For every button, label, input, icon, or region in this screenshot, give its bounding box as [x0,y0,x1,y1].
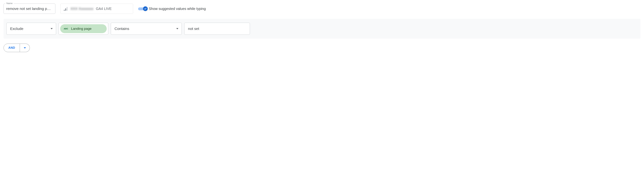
condition-connector-row: AND [4,44,640,52]
filter-value-input[interactable] [184,23,250,35]
name-input[interactable] [4,3,56,14]
check-icon [143,6,148,11]
include-exclude-dropdown[interactable]: Exclude [6,23,56,35]
operator-label: Contains [114,26,129,31]
suggested-values-toggle[interactable] [138,7,146,11]
chevron-down-icon [176,28,178,29]
name-input-wrapper: Name [4,3,56,14]
dimension-field[interactable]: ABC Landing page [58,23,108,35]
and-connector-label: AND [8,46,15,50]
connector-dropdown-button[interactable] [20,44,30,52]
analytics-icon [64,6,68,11]
name-field-label: Name [5,2,14,4]
chevron-down-icon [50,28,53,29]
suggested-values-toggle-label: Show suggested values while typing [149,7,206,11]
dimension-pill: ABC Landing page [60,24,107,33]
data-source-label: GA4 LIVE [96,7,112,11]
text-dimension-icon: ABC [64,28,68,30]
data-source-blurred-text: XXX Xxxxxxxx [70,7,93,11]
dimension-label: Landing page [71,27,92,31]
and-connector-button[interactable]: AND [4,44,20,52]
operator-dropdown[interactable]: Contains [111,23,182,35]
suggested-values-toggle-row: Show suggested values while typing [138,7,206,11]
include-exclude-label: Exclude [10,26,24,31]
data-source-selector[interactable]: XXX Xxxxxxxx GA4 LIVE [60,3,133,14]
chevron-down-icon [24,47,26,48]
filter-condition-panel: Exclude ABC Landing page Contains [4,19,640,39]
